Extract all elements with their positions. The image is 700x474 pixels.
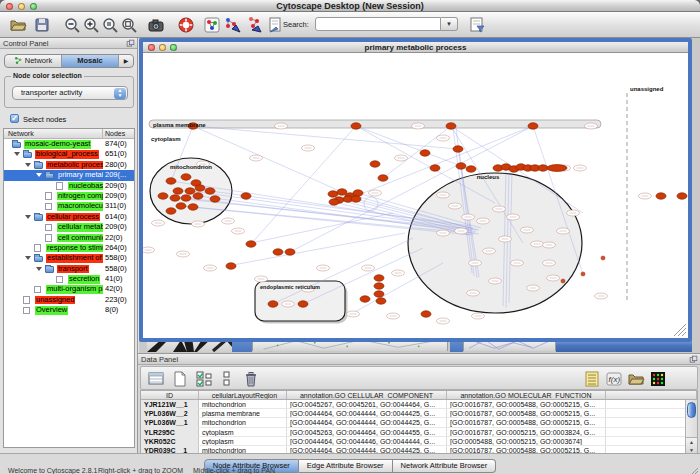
table-cell[interactable]: YPL036W__2 — [141, 409, 199, 418]
node[interactable] — [166, 178, 176, 184]
tree-row-transport[interactable]: transport558(0) — [4, 264, 134, 274]
table-row-ykr052c[interactable]: YKR052Ccytoplasm[GO:0044464, GO:0044446,… — [141, 437, 697, 446]
zoom-in-button[interactable] — [81, 15, 101, 35]
matrix-button[interactable] — [649, 370, 667, 388]
zoom-selected-region-button[interactable] — [100, 15, 120, 35]
table-cell[interactable]: YKR052C — [141, 437, 199, 446]
node[interactable] — [370, 161, 380, 167]
tree-row-establishment-of-lo[interactable]: establishment of lo558(0) — [4, 253, 134, 263]
table-cell[interactable]: [GO:0005488, GO:0005215, GO:0003674] — [447, 437, 606, 446]
table-cell[interactable]: mitochondrion — [199, 418, 287, 427]
node[interactable] — [374, 275, 384, 281]
node[interactable] — [181, 174, 191, 180]
tree-row-primary-metabo[interactable]: primary metabo209(... — [4, 170, 134, 180]
disclosure-triangle-icon[interactable] — [25, 256, 31, 260]
node[interactable] — [677, 193, 687, 199]
tab-edge-attribute-browser[interactable]: Edge Attribute Browser — [299, 459, 393, 473]
node[interactable] — [173, 188, 183, 194]
tab-overflow-button[interactable]: ▶ — [119, 55, 133, 67]
node[interactable] — [360, 296, 370, 302]
tree-row-overview[interactable]: Overview8(0) — [4, 305, 134, 315]
snapshot-button[interactable] — [146, 15, 166, 35]
float-panel-icon[interactable] — [689, 355, 698, 364]
table-cell[interactable]: YLR295C — [141, 428, 199, 437]
node[interactable] — [378, 175, 388, 181]
tree-row-secretion[interactable]: secretion41(0) — [4, 274, 134, 284]
select-nodes-checkbox[interactable]: ✓ — [10, 114, 19, 123]
small-node[interactable] — [561, 279, 565, 283]
scrollbar-arrows[interactable]: ▲▼ — [686, 437, 697, 453]
node[interactable] — [656, 193, 666, 199]
unselect-attributes-button[interactable] — [219, 370, 237, 388]
column-header-molecular-function[interactable]: annotation.GO MOLECULAR_FUNCTION — [447, 391, 606, 399]
network-canvas[interactable]: plasma membranecytoplasmmitochondrionnuc… — [143, 53, 688, 338]
table-cell[interactable]: cytoplasm — [199, 437, 287, 446]
select-attributes-button[interactable] — [195, 370, 213, 388]
network-overview-button[interactable] — [202, 15, 222, 35]
node[interactable] — [226, 263, 236, 269]
tab-network-attribute-browser[interactable]: Network Attribute Browser — [393, 459, 497, 473]
node[interactable] — [453, 146, 463, 152]
disclosure-triangle-icon[interactable] — [36, 267, 42, 271]
network-graph[interactable]: plasma membranecytoplasmmitochondrionnuc… — [143, 53, 688, 338]
search-config-button[interactable] — [468, 16, 486, 34]
node[interactable] — [528, 123, 538, 129]
disclosure-triangle-icon[interactable] — [25, 215, 31, 219]
tree-row-response-to-stimulu[interactable]: response to stimulu264(0) — [4, 243, 134, 253]
node[interactable] — [538, 165, 548, 171]
attribute-table-header[interactable]: ID _cellularLayoutRegion annotation.GO C… — [141, 391, 697, 400]
float-panel-icon[interactable] — [126, 39, 135, 48]
table-row-ypl036w__1[interactable]: YPL036W__1mitochondrion[GO:0044464, GO:0… — [141, 418, 697, 427]
search-input[interactable] — [315, 17, 441, 31]
help-button[interactable] — [176, 15, 196, 35]
node[interactable] — [210, 196, 220, 202]
node[interactable] — [328, 191, 338, 197]
node[interactable] — [376, 298, 386, 304]
node[interactable] — [170, 195, 180, 201]
network-tree-header[interactable]: Network Nodes — [4, 129, 134, 139]
table-cell[interactable]: [GO:0044464, GO:0044444, GO:0044425, G..… — [287, 418, 447, 427]
node[interactable] — [181, 195, 191, 201]
tree-row-nucleobase-[interactable]: nucleobase-209(0) — [4, 181, 134, 191]
table-cell[interactable]: cytoplasm — [199, 428, 287, 437]
import-attributes-button[interactable] — [627, 370, 645, 388]
node[interactable] — [421, 311, 431, 317]
table-cell[interactable]: [GO:0044464, GO:0044446, GO:0044444, G..… — [287, 437, 447, 446]
node[interactable] — [353, 190, 363, 196]
zoom-fit-button[interactable] — [119, 15, 139, 35]
node[interactable] — [430, 165, 440, 171]
table-cell[interactable]: plasma membrane — [199, 409, 287, 418]
node[interactable] — [446, 123, 456, 129]
disclosure-triangle-icon[interactable] — [14, 152, 20, 156]
table-row-ypl036w__2[interactable]: YPL036W__2plasma membrane[GO:0044464, GO… — [141, 409, 697, 418]
table-row-yjr121w__1[interactable]: YJR121W__1mitochondrion[GO:0045267, GO:0… — [141, 400, 697, 409]
resize-grip-icon[interactable] — [689, 463, 699, 473]
node[interactable] — [420, 150, 430, 156]
tree-row-mosaic-demo-yeast[interactable]: mosaic-demo-yeast874(0) — [4, 139, 134, 149]
node[interactable] — [374, 291, 384, 297]
node[interactable] — [166, 208, 176, 214]
node[interactable] — [351, 123, 361, 129]
node[interactable] — [456, 163, 466, 169]
tree-row-macromolecule[interactable]: macromolecule311(0) — [4, 201, 134, 211]
table-row-ylr295c[interactable]: YLR295Ccytoplasm[GO:0045263, GO:0044464,… — [141, 428, 697, 437]
save-session-button[interactable] — [32, 15, 52, 35]
table-cell[interactable]: [GO:0016787, GO:0005488, GO:0005215, G..… — [447, 418, 606, 427]
node-color-dropdown[interactable]: transporter activity ▲▼ — [12, 86, 128, 100]
disclosure-triangle-icon[interactable] — [36, 173, 42, 177]
node[interactable] — [241, 193, 251, 199]
tree-row-nitrogen-compo[interactable]: nitrogen compo209(0) — [4, 191, 134, 201]
small-node[interactable] — [601, 256, 605, 260]
node[interactable] — [246, 241, 256, 247]
open-file-button[interactable] — [8, 15, 28, 35]
table-cell[interactable]: YJR121W__1 — [141, 400, 199, 409]
table-cell[interactable]: YPL036W__1 — [141, 418, 199, 427]
node[interactable] — [176, 203, 186, 209]
merge-network-button[interactable] — [245, 15, 265, 35]
tree-row-biological-process[interactable]: biological_process651(0) — [4, 149, 134, 159]
node[interactable] — [158, 193, 168, 199]
table-scrollbar[interactable]: ▲▼ — [685, 400, 697, 453]
table-cell[interactable]: [GO:0016787, GO:0005488, GO:0005215, G..… — [447, 400, 606, 409]
network-window-titlebar[interactable]: primary metabolic process — [143, 42, 688, 53]
node[interactable] — [195, 185, 205, 191]
